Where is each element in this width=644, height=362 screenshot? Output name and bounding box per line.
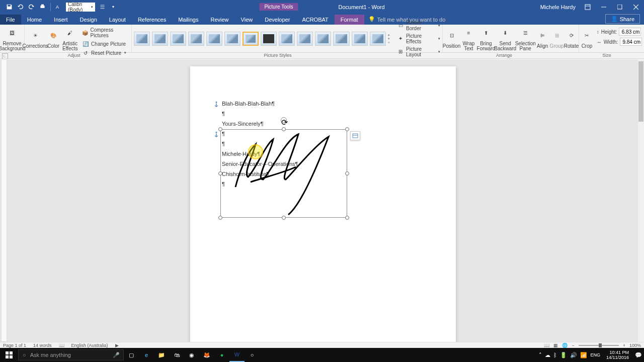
width-input[interactable] — [620, 38, 642, 46]
resize-handle[interactable] — [218, 216, 222, 220]
style-thumb[interactable] — [152, 32, 168, 46]
start-button[interactable] — [0, 348, 18, 362]
height-input[interactable] — [619, 28, 641, 36]
resize-handle[interactable] — [218, 171, 222, 175]
tray-expand-icon[interactable]: ˄ — [539, 352, 542, 358]
change-picture-button[interactable]: 🔄Change Picture — [82, 40, 128, 48]
bring-forward-button[interactable]: ⬆Bring Forward — [477, 25, 496, 52]
position-button[interactable]: ⊡Position — [443, 25, 461, 52]
styles-icon[interactable]: A — [54, 2, 64, 12]
resize-handle[interactable] — [282, 127, 286, 131]
style-thumb[interactable] — [279, 32, 295, 46]
style-thumb[interactable] — [170, 32, 186, 46]
search-input[interactable]: ○ Ask me anything — [18, 349, 124, 360]
tab-developer[interactable]: Developer — [259, 15, 296, 25]
tab-review[interactable]: Review — [205, 15, 235, 25]
rotate-handle[interactable]: ⟳ — [281, 117, 287, 123]
store-icon[interactable]: 🛍 — [169, 348, 184, 362]
undo-icon[interactable] — [15, 2, 25, 12]
word-icon[interactable]: W — [229, 348, 245, 362]
artistic-effects-button[interactable]: 🖌Artistic Effects — [61, 25, 79, 52]
style-thumb[interactable] — [243, 32, 259, 46]
edge-icon[interactable]: e — [139, 348, 154, 362]
bluetooth-icon[interactable]: ᛒ — [553, 352, 557, 358]
explorer-icon[interactable]: 📁 — [154, 348, 169, 362]
tab-design[interactable]: Design — [74, 15, 103, 25]
resize-handle[interactable] — [282, 216, 286, 220]
font-selector[interactable]: Calibri (Body)▾ — [66, 3, 95, 12]
selected-picture[interactable]: ⟳ — [220, 129, 347, 218]
spacing-icon[interactable] — [97, 2, 107, 12]
remove-background-button[interactable]: 🖼Remove Background — [0, 25, 24, 52]
zoom-in-icon[interactable]: + — [623, 343, 625, 348]
style-thumb[interactable] — [134, 32, 150, 46]
close-icon[interactable] — [628, 0, 644, 14]
vertical-ruler[interactable] — [1, 59, 7, 342]
picture-styles-gallery[interactable]: ▴▾≡ ▭Picture Border▾ ✦Picture Effects▾ ⊞… — [132, 25, 443, 52]
quickprint-icon[interactable] — [37, 2, 47, 12]
tab-file[interactable]: File — [0, 15, 21, 25]
picture-layout-button[interactable]: ⊞Picture Layout▾ — [397, 46, 440, 58]
tab-acrobat[interactable]: ACROBAT — [296, 15, 334, 25]
tab-references[interactable]: References — [132, 15, 172, 25]
onedrive-icon[interactable]: ☁ — [545, 352, 550, 358]
tab-mailings[interactable]: Mailings — [172, 15, 204, 25]
resize-handle[interactable] — [345, 171, 349, 175]
zoom-out-icon[interactable]: − — [572, 343, 574, 348]
document-page[interactable]: Blah-Blah-Blah-Blah¶ ¶ Yours-Sincerely¶ … — [190, 66, 456, 342]
layout-options-button[interactable] — [350, 131, 360, 140]
view-print-icon[interactable]: ▦ — [553, 343, 558, 348]
spotify-icon[interactable]: ● — [214, 348, 229, 362]
style-thumb[interactable] — [352, 32, 368, 46]
resize-handle[interactable] — [218, 127, 222, 131]
language-indicator[interactable]: English (Australia) — [71, 343, 108, 348]
scroll-thumb[interactable] — [638, 61, 643, 122]
cortana-icon[interactable]: ○ — [245, 348, 260, 362]
tab-home[interactable]: Home — [21, 15, 48, 25]
vertical-scrollbar[interactable] — [638, 59, 644, 342]
resize-handle[interactable] — [345, 127, 349, 131]
task-view-icon[interactable]: ▢ — [124, 348, 139, 362]
qat-customize-icon[interactable]: ▾ — [108, 2, 118, 12]
zoom-slider[interactable] — [579, 345, 619, 346]
send-backward-button[interactable]: ⬇Send Backward — [495, 25, 515, 52]
share-button[interactable]: 👤 Share — [605, 14, 640, 24]
color-button[interactable]: 🎨Color — [46, 25, 61, 52]
mic-icon[interactable]: 🎤 — [109, 348, 124, 362]
redo-icon[interactable] — [26, 2, 36, 12]
view-web-icon[interactable]: 🌐 — [562, 343, 568, 348]
firefox-icon[interactable]: 🦊 — [199, 348, 214, 362]
gallery-down[interactable]: ▾ — [388, 37, 393, 41]
gallery-up[interactable]: ▴ — [388, 33, 393, 37]
picture-effects-button[interactable]: ✦Picture Effects▾ — [397, 33, 440, 45]
align-button[interactable]: ⊫Align — [535, 25, 549, 52]
compress-pictures-button[interactable]: 📦Compress Pictures — [82, 27, 128, 39]
style-thumb[interactable] — [224, 32, 240, 46]
style-thumb[interactable] — [370, 32, 386, 46]
crop-button[interactable]: ✂Crop — [579, 25, 594, 52]
style-thumb[interactable] — [333, 32, 349, 46]
word-count[interactable]: 14 words — [33, 343, 52, 348]
reset-picture-button[interactable]: ↺Reset Picture▾ — [82, 49, 128, 57]
wrap-text-button[interactable]: ≡Wrap Text — [460, 25, 476, 52]
tab-insert[interactable]: Insert — [48, 15, 74, 25]
picture-border-button[interactable]: ▭Picture Border▾ — [397, 20, 440, 32]
rotate-button[interactable]: ⟳Rotate — [564, 25, 579, 52]
selection-pane-button[interactable]: ☰Selection Pane — [515, 25, 535, 52]
resize-handle[interactable] — [345, 216, 349, 220]
wifi-icon[interactable]: 📶 — [580, 352, 587, 358]
lang-indicator[interactable]: ENG — [590, 352, 600, 357]
page-indicator[interactable]: Page 1 of 1 — [3, 343, 26, 348]
style-thumb[interactable] — [315, 32, 331, 46]
style-thumb[interactable] — [261, 32, 277, 46]
style-thumb[interactable] — [297, 32, 313, 46]
tab-format[interactable]: Format — [335, 15, 364, 25]
chrome-icon[interactable]: ◉ — [184, 348, 199, 362]
ribbon-options-icon[interactable] — [580, 0, 596, 14]
maximize-icon[interactable] — [612, 0, 628, 14]
minimize-icon[interactable] — [596, 0, 612, 14]
gallery-more[interactable]: ≡ — [388, 41, 393, 44]
tab-view[interactable]: View — [235, 15, 259, 25]
clock[interactable]: 10:41 PM14/11/2016 — [603, 350, 632, 360]
notifications-icon[interactable]: 💬 — [635, 352, 642, 358]
